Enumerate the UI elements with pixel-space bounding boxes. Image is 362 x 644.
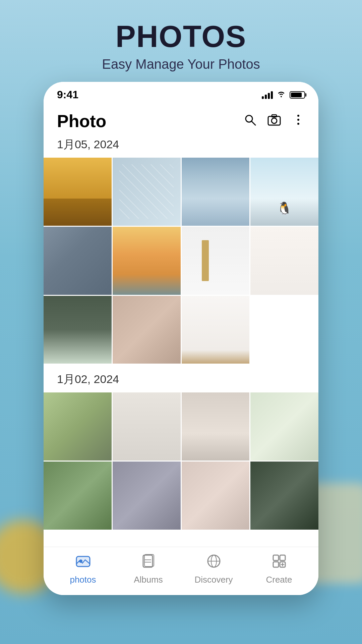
- photo-cell[interactable]: [250, 392, 318, 461]
- photo-cell[interactable]: [44, 158, 112, 226]
- nav-item-create[interactable]: Create: [246, 554, 312, 585]
- battery-icon: [290, 91, 305, 99]
- discovery-icon: [206, 554, 221, 572]
- nav-item-photos[interactable]: photos: [50, 554, 116, 585]
- status-icons: [262, 91, 305, 99]
- photo-grid-2: [44, 392, 318, 530]
- status-time: 9:41: [57, 89, 78, 101]
- wifi-icon: [277, 91, 286, 99]
- photo-cell[interactable]: [250, 227, 318, 295]
- nav-label-discovery: Discovery: [194, 575, 233, 585]
- photo-cell[interactable]: [44, 392, 112, 461]
- svg-rect-20: [273, 562, 279, 567]
- create-icon: [272, 554, 287, 572]
- svg-line-1: [251, 121, 255, 125]
- photo-cell[interactable]: [182, 158, 250, 226]
- hero-title: PHOTOS: [102, 20, 260, 53]
- status-bar: 9:41: [44, 82, 318, 104]
- albums-icon: [141, 554, 156, 572]
- photo-cell[interactable]: [113, 462, 181, 530]
- date-header-1: 1月05, 2024: [44, 129, 318, 158]
- photo-cell[interactable]: [182, 296, 250, 364]
- nav-item-albums[interactable]: Albums: [116, 554, 181, 585]
- photo-cell[interactable]: [113, 227, 181, 295]
- date-header-2: 1月02, 2024: [44, 364, 318, 392]
- photo-cell-empty: [250, 296, 318, 364]
- photo-cell[interactable]: [113, 296, 181, 364]
- photo-cell[interactable]: [182, 227, 250, 295]
- photo-cell[interactable]: [44, 227, 112, 295]
- photo-cell[interactable]: [44, 462, 112, 530]
- photo-cell[interactable]: [113, 392, 181, 461]
- photo-cell[interactable]: [250, 462, 318, 530]
- camera-icon[interactable]: [267, 113, 281, 129]
- nav-label-photos: photos: [70, 575, 96, 585]
- photo-cell[interactable]: [182, 392, 250, 461]
- svg-rect-19: [280, 555, 285, 560]
- hero-section: PHOTOS Easy Manage Your Photos: [102, 0, 260, 72]
- phone-mockup: 9:41 Photo: [44, 82, 318, 595]
- photo-cell[interactable]: 🐧: [250, 158, 318, 226]
- photo-scroll-area[interactable]: 1月05, 2024 🐧 1月02, 2024: [44, 129, 318, 555]
- more-icon[interactable]: [292, 113, 305, 129]
- svg-point-7: [297, 123, 299, 125]
- svg-rect-18: [273, 555, 279, 560]
- svg-point-3: [272, 118, 277, 123]
- nav-item-discovery[interactable]: Discovery: [181, 554, 246, 585]
- photos-icon: [76, 554, 90, 572]
- photo-cell[interactable]: [44, 296, 112, 364]
- photo-cell[interactable]: [113, 158, 181, 226]
- photo-grid-1: 🐧: [44, 158, 318, 364]
- hero-subtitle: Easy Manage Your Photos: [102, 57, 260, 72]
- bottom-nav: photos Albums Discovery: [44, 547, 318, 595]
- nav-label-albums: Albums: [134, 575, 163, 585]
- svg-point-5: [297, 115, 299, 117]
- app-title: Photo: [57, 111, 106, 131]
- search-icon[interactable]: [243, 113, 257, 129]
- signal-icon: [262, 91, 273, 99]
- header-actions: [243, 113, 305, 129]
- svg-point-6: [297, 119, 299, 121]
- photo-cell[interactable]: [182, 462, 250, 530]
- nav-label-create: Create: [266, 575, 292, 585]
